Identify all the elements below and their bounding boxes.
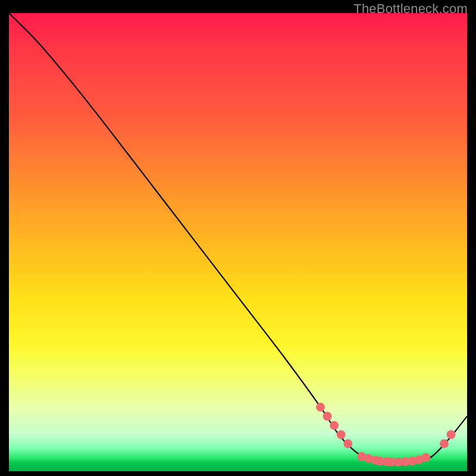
curve-layer [9,13,467,471]
chart-stage: TheBottleneck.com [0,0,476,476]
curve-marker [330,421,339,430]
curve-marker [323,412,332,421]
curve-marker [447,430,456,439]
curve-marker [440,439,449,448]
curve-marker [316,403,325,412]
curve-marker [337,430,346,439]
curve-marker [421,453,430,462]
marker-group [316,403,455,466]
plot-area [9,13,467,471]
bottleneck-curve-path [9,13,467,463]
curve-marker [343,439,352,448]
